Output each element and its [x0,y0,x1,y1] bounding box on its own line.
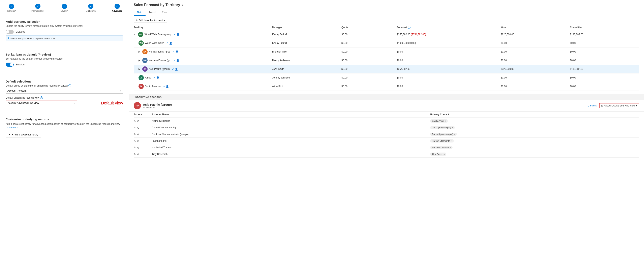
step-general-circle: ✓ [9,4,14,9]
customize-title: Customize underlying records [6,118,123,121]
share-icon[interactable]: ↗ [173,59,175,62]
tag-close-icon[interactable]: × [452,126,453,129]
step-drilldown[interactable]: ✓ Drill down [84,4,98,12]
territory-cell: A Africa ↗ 👤 [134,75,272,80]
person-icon[interactable]: 👤 [176,59,179,62]
tab-grid[interactable]: Grid [134,9,146,16]
group-select-wrapper: Account (Account) ▾ [6,88,123,94]
tag-close-icon[interactable]: × [450,146,451,149]
step-advanced[interactable]: ✓ Advanced [110,4,124,12]
edit-icon[interactable]: ✎ [134,146,136,149]
account-name: Contoso Pharmaceuticals (sample) [152,133,430,136]
add-js-button[interactable]: + + Add a javascript library [6,132,41,138]
territory-cell: ▼ WS World Wide Sales (group ↗ 👤 [134,32,272,37]
drilldown-button[interactable]: ⬇ Drill down by: Account ▾ [134,18,167,23]
territory-name: Asia Pacific (group) [149,68,170,70]
territory-name: World Wide Sales (group [144,33,171,36]
person-icon[interactable]: 👤 [166,85,169,88]
more-icon[interactable]: ⊕ [137,133,139,136]
more-icon[interactable]: ⊕ [137,146,139,149]
view-selector[interactable]: ⊞ Account Advanced Find View ▾ [599,103,639,108]
tab-trend[interactable]: Trend [146,9,159,16]
col-forecast: Forecast i [397,26,501,29]
share-icon[interactable]: ↗ [163,85,165,88]
underlying-table: Actions Account Name ↑ Primary Contact ✎… [129,112,644,158]
quota-cell: $0.00 [342,68,397,70]
quota-cell: $0.00 [342,50,397,53]
step-layout[interactable]: ✓ Layout* [58,4,71,12]
territory-name: South America [145,85,161,88]
action-icons: ✎ ⊕ [134,120,146,122]
won-cell: $0.00 [501,50,570,53]
table-row: ▶ NA North America (grou ↗ 👤 Brenden Thi… [134,48,639,56]
share-icon[interactable]: ↗ [166,42,168,45]
edit-icon[interactable]: ✎ [134,126,136,129]
tag-close-icon[interactable]: × [454,133,455,136]
group-select[interactable]: Account (Account) [6,88,123,94]
table-row: ▶ WE Western Europe (gro ↗ 👤 Nancy Ander… [134,56,639,65]
tag-close-icon[interactable]: × [444,153,445,155]
contact-tag: Alex Baker × [430,152,446,156]
manager-cell: Kenny Smith1 [272,42,342,44]
col-quota: Quota [342,26,397,29]
expand-icon[interactable]: ▶ [138,59,140,62]
learn-more-link[interactable]: Learn more. [6,126,19,129]
expand-icon[interactable]: ▶ [138,68,140,70]
view-select-wrapper: Account Advanced Find View ▾ [6,100,77,106]
tab-flow[interactable]: Flow [159,9,170,16]
quota-cell: $0.00 [342,33,397,36]
view-select[interactable]: Account Advanced Find View [6,100,77,106]
forecast-cell: $354,382.00 [397,68,501,70]
edit-icon[interactable]: ✎ [134,133,136,136]
step-line-3 [71,6,84,6]
share-icon[interactable]: ↗ [172,50,174,53]
share-icon[interactable]: ↗ [172,68,174,71]
more-icon[interactable]: ⊕ [137,126,139,129]
share-icon[interactable]: ↗ [173,33,176,36]
tag-close-icon[interactable]: × [451,140,452,142]
edit-icon[interactable]: ✎ [134,120,136,122]
edit-icon[interactable]: ✎ [134,140,136,142]
underlying-group-info: Asia Pacific (Group) All accounts [143,103,172,109]
step-advanced-label: Advanced [112,10,122,12]
step-advanced-circle: ✓ [114,4,120,9]
kanban-toggle[interactable] [6,62,14,66]
underlying-header-label: UNDERLYING RECORDS [134,96,162,98]
account-name: Coho Winery (sample) [152,126,430,129]
edit-icon[interactable]: ✎ [134,153,136,156]
expand-icon[interactable]: ▶ [138,50,140,53]
group-label: Default group by attribute for underlyin… [6,84,123,87]
step-permissions[interactable]: ✓ Permissions* [31,4,44,12]
more-icon[interactable]: ⊕ [137,153,139,156]
sort-icon[interactable]: ↑ [170,114,170,116]
annotation-label: Default view [101,101,123,106]
tag-close-icon[interactable]: × [445,120,446,122]
forecast-header: Sales Forecast by Territory ▾ Grid Trend… [129,0,644,16]
expand-icon[interactable]: ▼ [134,33,136,36]
drilldown-chevron-icon: ▾ [164,19,165,22]
ap-avatar: AP [134,102,141,109]
manager-cell: Kenny Smith1 [272,33,342,36]
more-icon[interactable]: ⊕ [137,140,139,142]
manager-cell: John Smith [272,68,342,70]
forecast-title-chevron[interactable]: ▾ [182,4,183,6]
step-line-1 [18,6,32,6]
committed-cell: $0.00 [570,59,639,62]
person-icon[interactable]: 👤 [175,50,178,53]
forecast-info-icon[interactable]: i [408,26,410,29]
more-icon[interactable]: ⊕ [137,120,139,122]
action-icons: ✎ ⊕ [134,126,146,129]
group-label-info[interactable]: i [68,84,71,87]
filters-button[interactable]: ▽ Filters [588,104,597,107]
view-label-info[interactable]: i [40,96,43,99]
person-icon[interactable]: 👤 [175,68,178,71]
person-icon[interactable]: 👤 [156,76,160,79]
person-icon[interactable]: 👤 [176,33,180,36]
drilldown-icon: ⬇ [136,19,138,22]
share-icon[interactable]: ↗ [153,76,156,79]
step-general[interactable]: ✓ General* [5,4,18,12]
row-dot: · [146,126,152,129]
multicurrency-toggle[interactable] [6,30,14,34]
person-icon[interactable]: 👤 [169,42,172,45]
contact-tag: Cacilia Viera × [430,119,448,122]
